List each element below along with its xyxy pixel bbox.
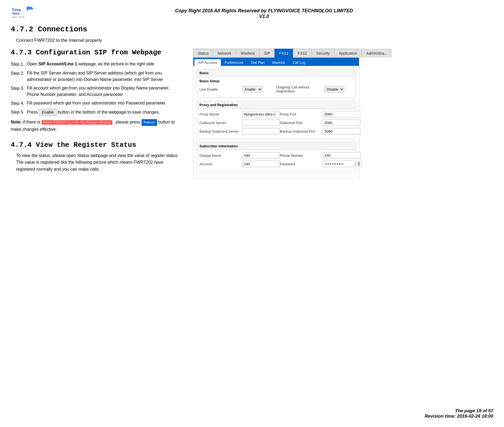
step-1-content: Open SIP Account/Line 1 webpage, as the … (27, 61, 182, 68)
steps-list: Step 1. Open SIP Account/Line 1 webpage,… (11, 61, 182, 116)
password-show-btn[interactable]: ☰ (356, 161, 362, 167)
basic-section-header: Basic (197, 69, 355, 77)
tab-administra[interactable]: Administra... (362, 49, 392, 58)
outbound-server-input[interactable] (242, 119, 280, 126)
display-name-input[interactable] (242, 152, 280, 159)
proxy-port-input[interactable] (323, 111, 360, 117)
logo: Flying Voice Voice over IP (11, 5, 35, 23)
basic-section: Basic Basic Setup Line Enable Enable Dis… (197, 69, 356, 98)
main-content: 4.7.3 Configuration SIP from Webpage Ste… (11, 48, 493, 178)
proxy-server-row: Proxy Server Proxy Port (199, 111, 353, 117)
outbound-port-label: Outbound Port (280, 121, 323, 125)
step-2-label: Step 2. (11, 70, 27, 83)
line-enable-select[interactable]: Enable Disable (242, 86, 262, 92)
password-field-container: ☰ (323, 161, 362, 167)
step-2: Step 2. Fill the SIP Server domain and S… (11, 70, 182, 83)
section-473-title: 4.7.3 Configuration SIP from Webpage (11, 48, 182, 57)
webpage-frame: Status Network Wireless SIP FXS1 FXS2 Se… (193, 48, 359, 178)
tab-security[interactable]: Security (312, 49, 334, 58)
password-label: Password (280, 162, 323, 166)
phone-number-input[interactable] (323, 152, 360, 159)
backup-outbound-port-input[interactable] (323, 128, 360, 134)
svg-text:Voice over IP: Voice over IP (12, 16, 25, 18)
step-5-content: Press Enable button in the bottom of the… (27, 109, 182, 116)
tab-network[interactable]: Network (213, 49, 236, 58)
note-label: Note: (11, 120, 22, 124)
step-3-label: Step 3. (11, 85, 27, 98)
section-474: 4.7.4 View the Register Status To view t… (11, 141, 182, 173)
reboot-warning-text: Please REBOOT to make the changes effect… (42, 120, 112, 125)
subtab-preferences[interactable]: Preferences (221, 59, 247, 66)
footer: The page 19 of 57 Revision time: 2016-02… (425, 408, 493, 419)
subtab-dial-plan[interactable]: Dial Plan (247, 59, 269, 66)
webpage-content: Basic Basic Setup Line Enable Enable Dis… (193, 66, 359, 178)
step-2-content: Fill the SIP Server domain and SIP Serve… (27, 70, 182, 83)
tab-wireless[interactable]: Wireless (236, 49, 260, 58)
section-474-text: To view the status, please open Status w… (16, 152, 182, 173)
tab-application[interactable]: Application (334, 49, 362, 58)
main-nav-tabs: Status Network Wireless SIP FXS1 FXS2 Se… (193, 49, 359, 58)
account-left: Account (199, 161, 280, 167)
backup-outbound-input[interactable] (242, 128, 280, 134)
backup-outbound-left: Backup Outbound Server (199, 128, 280, 134)
section-474-title: 4.7.4 View the Register Status (11, 141, 182, 149)
backup-outbound-row: Backup Outbound Server Backup Outbound P… (199, 128, 353, 134)
basic-section-body: Basic Setup Line Enable Enable Disable O (197, 77, 355, 98)
account-row: Account Password ☰ (199, 161, 353, 167)
step-4: Step 4. Fill password which get from you… (11, 100, 182, 107)
tab-status[interactable]: Status (193, 49, 213, 58)
tab-fxs2[interactable]: FXS2 (293, 49, 312, 58)
subscriber-section: Subscriber Information Display Name Phon… (197, 142, 356, 172)
page-info: The page 19 of 57 (425, 408, 493, 414)
step-1-bold: SIP Account/Line 1 (39, 62, 77, 66)
backup-outbound-port-right: Backup Outbound Port (280, 128, 360, 134)
proxy-section: Proxy and Registration Proxy Server Prox… (197, 101, 356, 139)
reboot-button[interactable]: Reboot (142, 119, 157, 126)
copyright-text: Copy Right 2016 All Rights Reserved by F… (35, 8, 493, 14)
left-column: 4.7.3 Configuration SIP from Webpage Ste… (11, 48, 182, 178)
proxy-server-left: Proxy Server (199, 111, 280, 117)
proxy-section-body: Proxy Server Proxy Port Outbound Se (197, 109, 355, 139)
outgoing-call-select[interactable]: Disable Enable (324, 86, 344, 92)
password-input[interactable] (323, 161, 355, 167)
subtab-sip-account[interactable]: SIP Account (194, 59, 221, 66)
subscriber-section-header: Subscriber Information (197, 143, 355, 150)
outbound-server-left: Outbound Server (199, 119, 280, 126)
account-input[interactable] (242, 161, 280, 167)
svg-text:Flying: Flying (12, 8, 21, 11)
display-name-left: Display Name (199, 152, 280, 159)
display-name-row: Display Name Phone Number (199, 152, 353, 159)
subtab-call-log[interactable]: Call Log (289, 59, 309, 66)
display-name-label: Display Name (199, 153, 242, 158)
step-3-content: Fill account which get from you administ… (27, 85, 182, 98)
note-section: Note: if there is Please REBOOT to make … (11, 119, 182, 133)
section-472-intro: Connect FWR7202 to the Internet properly (16, 38, 493, 43)
step-5: Step 5. Press Enable button in the botto… (11, 109, 182, 116)
backup-outbound-label: Backup Outbound Server (199, 129, 242, 133)
step-4-label: Step 4. (11, 100, 27, 107)
outgoing-call-label: Outgoing Call without Registration (276, 85, 324, 93)
outbound-server-label: Outbound Server (199, 121, 242, 125)
subtab-blacklist[interactable]: Blacklist (269, 59, 289, 66)
outbound-port-right: Outbound Port (280, 119, 360, 126)
header: Flying Voice Voice over IP Copy Right 20… (11, 5, 493, 23)
tab-fxs1[interactable]: FXS1 (275, 49, 293, 58)
line-enable-left: Line Enable Enable Disable (199, 86, 276, 92)
step-4-content: Fill password which get from your admini… (27, 100, 182, 107)
proxy-server-input[interactable] (242, 111, 280, 117)
password-right: Password ☰ (280, 161, 362, 167)
tab-sip[interactable]: SIP (260, 49, 275, 58)
subscriber-section-body: Display Name Phone Number Account (197, 150, 355, 171)
line-enable-label: Line Enable (199, 87, 242, 91)
sub-nav-tabs: SIP Account Preferences Dial Plan Blackl… (193, 58, 359, 66)
outgoing-call-right: Outgoing Call without Registration Disab… (276, 85, 353, 93)
section-472-title: 4.7.2 Connections (11, 25, 493, 33)
note-text2: , please press (114, 120, 140, 124)
outbound-port-input[interactable] (323, 119, 360, 126)
proxy-section-header: Proxy and Registration (197, 101, 355, 109)
phone-number-label: Phone Number (280, 153, 323, 158)
save-button-inline[interactable]: Enable (39, 109, 57, 116)
proxy-port-right: Proxy Port (280, 111, 360, 117)
step-1: Step 1. Open SIP Account/Line 1 webpage,… (11, 61, 182, 68)
backup-outbound-port-label: Backup Outbound Port (280, 129, 323, 133)
